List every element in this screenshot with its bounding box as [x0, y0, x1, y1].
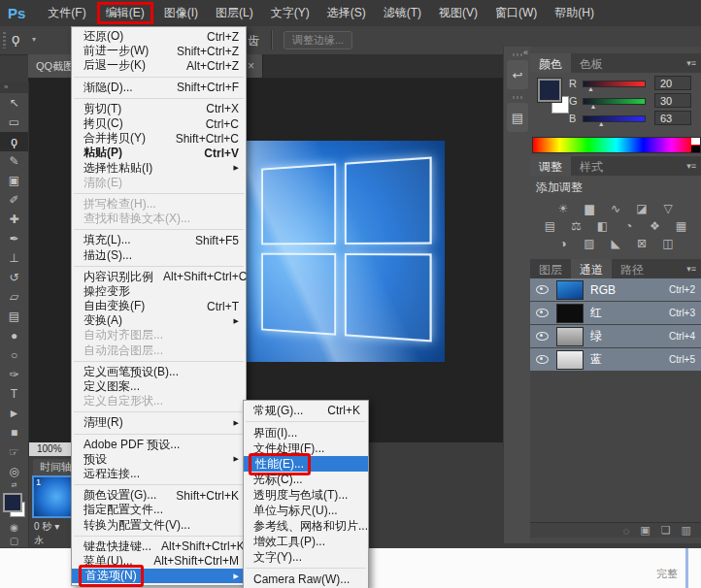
channel-row[interactable]: 绿Ctrl+4 — [530, 325, 701, 347]
edit-menu-item[interactable]: 还原(O)Ctrl+Z — [72, 29, 246, 44]
black-swatch[interactable] — [691, 146, 700, 152]
shape-tool[interactable]: ■ — [0, 423, 28, 442]
levels-icon[interactable]: ▆ — [581, 202, 598, 215]
expand-panels-icon[interactable]: « — [523, 48, 528, 57]
crop-tool[interactable]: ▣ — [0, 171, 28, 190]
threshold-icon[interactable]: ◣ — [607, 237, 624, 250]
edit-menu-item[interactable]: 定义画笔预设(B)... — [72, 365, 246, 379]
curves-icon[interactable]: ∿ — [607, 202, 624, 215]
channel-row[interactable]: 红Ctrl+3 — [530, 302, 701, 324]
edit-menu-item[interactable]: 指定配置文件... — [72, 503, 246, 517]
preferences-item[interactable]: 单位与标尺(U)... — [244, 503, 368, 518]
channel-row[interactable]: 蓝Ctrl+5 — [530, 348, 701, 371]
type-tool[interactable]: T — [0, 384, 28, 404]
delete-channel-icon[interactable]: ▥ — [682, 524, 691, 537]
edit-menu-item[interactable]: 粘贴(P)Ctrl+V — [72, 146, 246, 160]
quick-selection-tool[interactable]: ✎ — [0, 151, 28, 171]
selective-color-icon[interactable]: ⊠ — [633, 237, 651, 250]
edit-menu-item[interactable]: 选择性粘贴(I)▶ — [72, 161, 246, 176]
preferences-item[interactable]: 参考线、网格和切片... — [244, 518, 368, 534]
r-slider-thumb[interactable]: ▲ — [587, 85, 594, 92]
eyedropper-tool[interactable]: ✐ — [0, 190, 28, 210]
zoom-level[interactable]: 100% — [37, 443, 62, 454]
channel-mixer-icon[interactable]: ❖ — [647, 219, 664, 233]
color-spectrum-ramp[interactable] — [532, 137, 701, 153]
refine-edge-button[interactable]: 调整边缘... — [284, 31, 352, 49]
edit-menu-item[interactable]: 定义图案... — [72, 379, 246, 394]
menubar-item-layer[interactable]: 图层(L) — [207, 0, 262, 26]
edit-menu-item[interactable]: 填充(L)...Shift+F5 — [72, 233, 246, 247]
dodge-tool[interactable]: ○ — [0, 345, 28, 365]
preferences-item[interactable]: 透明度与色域(T)... — [244, 487, 368, 503]
menubar-item-file[interactable]: 文件(F) — [39, 0, 94, 26]
swap-colors-icon[interactable]: ⇄ — [0, 481, 28, 491]
panel-menu-icon[interactable]: ▾≡ — [686, 259, 701, 278]
pen-tool[interactable]: ✑ — [0, 365, 28, 384]
preferences-item[interactable]: Camera Raw(W)... — [244, 572, 368, 587]
visibility-eye-icon[interactable] — [536, 355, 549, 364]
visibility-eye-icon[interactable] — [536, 285, 549, 294]
preferences-item[interactable]: 文字(Y)... — [244, 549, 368, 565]
menubar-item-view[interactable]: 视图(V) — [430, 0, 486, 26]
channels-tab-图层[interactable]: 图层 — [530, 259, 571, 278]
preferences-item[interactable]: 增效工具(P)... — [244, 534, 368, 549]
hue-saturation-icon[interactable]: ▤ — [542, 219, 559, 233]
color-tab-颜色[interactable]: 颜色 — [530, 53, 571, 73]
blur-tool[interactable]: ● — [0, 326, 28, 345]
channel-row[interactable]: RGBCtrl+2 — [530, 278, 701, 301]
menubar-item-help[interactable]: 帮助(H) — [546, 0, 603, 26]
edit-menu-item[interactable]: 内容识别比例Alt+Shift+Ctrl+C — [72, 270, 246, 284]
color-balance-icon[interactable]: ⚖ — [568, 219, 585, 233]
edit-menu-item[interactable]: 颜色设置(G)...Shift+Ctrl+K — [72, 488, 246, 503]
black-white-icon[interactable]: ◧ — [594, 219, 612, 233]
adjustments-tab-样式[interactable]: 样式 — [571, 156, 612, 176]
edit-menu-item[interactable]: 变换(A)▶ — [72, 313, 246, 328]
edit-menu-item[interactable]: 远程连接... — [72, 467, 246, 481]
foreground-color-swatch[interactable] — [3, 493, 22, 512]
tab-close-icon[interactable]: × — [248, 59, 254, 73]
b-slider-track[interactable] — [583, 115, 646, 122]
preferences-item[interactable]: 常规(G)...Ctrl+K — [244, 403, 368, 418]
b-value-field[interactable]: 63 — [654, 111, 691, 125]
eraser-tool[interactable]: ▱ — [0, 287, 28, 307]
b-slider-thumb[interactable]: ▲ — [598, 120, 605, 127]
edit-menu-item[interactable]: 合并拷贝(Y)Shift+Ctrl+C — [72, 131, 246, 146]
edit-menu-item[interactable]: 后退一步(K)Alt+Ctrl+Z — [72, 58, 246, 73]
edit-menu-item[interactable]: 自动对齐图层... — [72, 328, 246, 343]
path-selection-tool[interactable]: ► — [0, 404, 28, 423]
edit-menu-item[interactable]: 键盘快捷键...Alt+Shift+Ctrl+K — [72, 539, 246, 554]
menubar-item-select[interactable]: 选择(S) — [318, 0, 375, 26]
save-selection-as-channel-icon[interactable]: ▣ — [640, 524, 650, 537]
history-brush-tool[interactable]: ↺ — [0, 268, 28, 287]
g-slider-thumb[interactable]: ▲ — [590, 103, 597, 110]
marquee-tool[interactable]: ▭ — [0, 113, 28, 132]
gradient-map-icon[interactable]: ◫ — [659, 237, 677, 250]
edit-menu-item[interactable]: 自动混合图层... — [72, 343, 246, 358]
channels-tab-路径[interactable]: 路径 — [612, 259, 652, 278]
gradient-tool[interactable]: ▤ — [0, 307, 28, 326]
loop-option-fragment[interactable]: 永 — [34, 534, 44, 547]
edit-menu-item[interactable]: 拼写检查(H)... — [72, 197, 246, 212]
edit-menu-item[interactable]: 定义自定形状... — [72, 394, 246, 408]
color-tab-色板[interactable]: 色板 — [571, 53, 612, 73]
edit-menu-item[interactable]: 渐隐(D)...Shift+Ctrl+F — [72, 81, 246, 95]
quick-mask-button[interactable]: ◉ — [0, 520, 28, 534]
properties-panel-button[interactable]: ▤ — [507, 103, 528, 132]
edit-menu-item[interactable]: 清理(R)▶ — [72, 415, 246, 430]
toolbar-collapse-icon[interactable]: » — [0, 82, 28, 93]
frame-delay-dropdown[interactable]: 0 秒 ▾ — [34, 520, 59, 534]
preferences-item[interactable]: 界面(I)... — [244, 425, 368, 441]
posterize-icon[interactable]: ▨ — [581, 237, 598, 250]
brightness-contrast-icon[interactable]: ☀ — [554, 202, 572, 215]
foreground-color-swatch[interactable] — [538, 79, 561, 102]
menubar-item-type[interactable]: 文字(Y) — [262, 0, 318, 26]
hand-tool[interactable]: ☞ — [0, 442, 28, 462]
move-tool[interactable]: ↖ — [0, 93, 28, 113]
color-lookup-icon[interactable]: ▦ — [673, 219, 690, 233]
lasso-tool-icon[interactable]: ϙ — [12, 30, 19, 47]
adjustments-tab-调整[interactable]: 调整 — [530, 156, 571, 176]
new-channel-icon[interactable]: ❏ — [661, 524, 671, 537]
channels-tab-通道[interactable]: 通道 — [571, 259, 612, 278]
visibility-eye-icon[interactable] — [536, 309, 549, 317]
vibrance-icon[interactable]: ▽ — [659, 202, 677, 215]
